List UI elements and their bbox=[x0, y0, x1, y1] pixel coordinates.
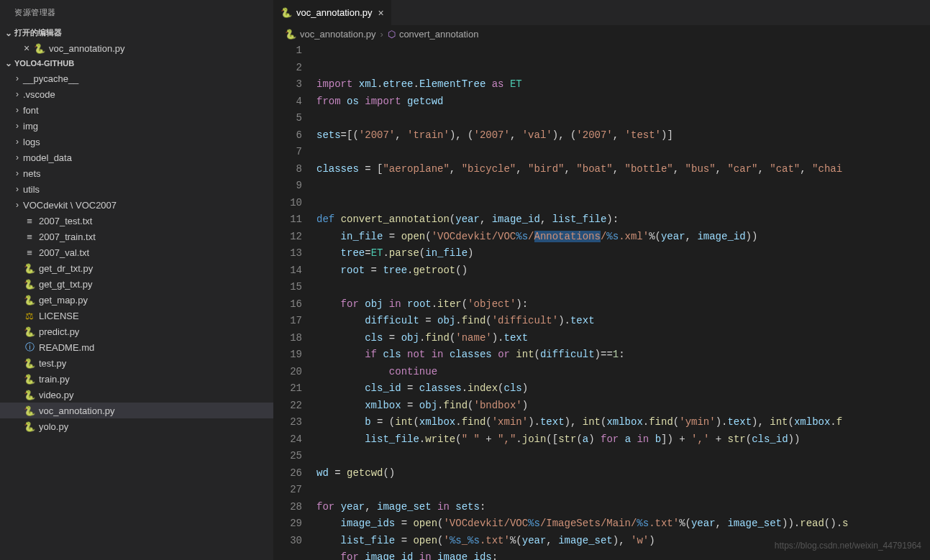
txt-icon: ≡ bbox=[23, 231, 36, 242]
code-line[interactable] bbox=[316, 279, 930, 296]
folder-item[interactable]: ›nets bbox=[0, 165, 273, 181]
file-item[interactable]: 🐍get_map.py bbox=[0, 292, 273, 308]
file-item[interactable]: 🐍get_dr_txt.py bbox=[0, 260, 273, 276]
line-number: 13 bbox=[273, 245, 302, 262]
code-line[interactable]: if cls not in classes or int(difficult)=… bbox=[316, 346, 930, 364]
breadcrumb[interactable]: 🐍 voc_annotation.py › ⬡ convert_annotati… bbox=[273, 25, 930, 42]
tab-label: voc_annotation.py bbox=[296, 7, 373, 18]
code-line[interactable]: continue bbox=[316, 364, 930, 381]
line-number: 26 bbox=[273, 465, 302, 482]
code-line[interactable]: root = tree.getroot() bbox=[316, 262, 930, 280]
code-line[interactable]: sets=[('2007', 'train'), ('2007', 'val')… bbox=[316, 127, 930, 144]
code-line[interactable] bbox=[316, 178, 930, 195]
tree-item-label: VOCdevkit \ VOC2007 bbox=[23, 200, 117, 211]
lic-icon: ⚖ bbox=[23, 311, 36, 321]
python-icon: 🐍 bbox=[281, 7, 292, 18]
code-line[interactable] bbox=[316, 144, 930, 161]
line-number: 28 bbox=[273, 499, 302, 516]
code-line[interactable]: in_file = open('VOCdevkit/VOC%s/Annotati… bbox=[316, 229, 930, 246]
code-line[interactable] bbox=[316, 195, 930, 212]
code-line[interactable]: cls = obj.find('name').text bbox=[316, 330, 930, 347]
line-number: 4 bbox=[273, 93, 302, 111]
line-number: 9 bbox=[273, 178, 302, 195]
code-content[interactable]: import xml.etree.ElementTree as ETfrom o… bbox=[316, 42, 930, 560]
open-editor-filename: voc_annotation.py bbox=[49, 43, 125, 54]
folder-item[interactable]: ›model_data bbox=[0, 150, 273, 165]
code-editor[interactable]: 1234567891011121314151617181920212223242… bbox=[273, 42, 930, 560]
explorer-sidebar: 资源管理器 ⌄ 打开的编辑器 ×🐍voc_annotation.py ⌄ YOL… bbox=[0, 0, 273, 560]
tree-item-label: voc_annotation.py bbox=[39, 405, 115, 416]
tree-item-label: img bbox=[23, 121, 38, 132]
code-line[interactable]: for obj in root.iter('object'): bbox=[316, 296, 930, 313]
py-icon: 🐍 bbox=[23, 263, 36, 274]
python-icon: 🐍 bbox=[285, 29, 296, 40]
py-icon: 🐍 bbox=[23, 421, 36, 432]
file-item[interactable]: ≡2007_val.txt bbox=[0, 244, 273, 260]
folder-item[interactable]: ›.vscode bbox=[0, 86, 273, 102]
code-line[interactable]: image_ids = open('VOCdevkit/VOC%s/ImageS… bbox=[316, 515, 930, 533]
line-number: 30 bbox=[273, 533, 302, 550]
folder-item[interactable]: ›__pycache__ bbox=[0, 70, 273, 86]
txt-icon: ≡ bbox=[23, 247, 36, 258]
tree-item-label: yolo.py bbox=[39, 421, 68, 432]
code-line[interactable]: def convert_annotation(year, image_id, l… bbox=[316, 211, 930, 229]
folder-item[interactable]: ›img bbox=[0, 118, 273, 134]
tree-item-label: font bbox=[23, 105, 39, 116]
code-line[interactable]: cls_id = classes.index(cls) bbox=[316, 380, 930, 398]
watermark: https://blog.csdn.net/weixin_44791964 bbox=[775, 538, 921, 555]
tree-item-label: get_dr_txt.py bbox=[39, 263, 93, 274]
tree-item-label: train.py bbox=[39, 374, 70, 385]
file-item[interactable]: ≡2007_test.txt bbox=[0, 213, 273, 229]
file-item[interactable]: 🐍video.py bbox=[0, 387, 273, 403]
close-icon[interactable]: × bbox=[20, 42, 33, 54]
file-item[interactable]: 🐍train.py bbox=[0, 371, 273, 387]
line-number: 8 bbox=[273, 161, 302, 178]
folder-item[interactable]: ›VOCdevkit \ VOC2007 bbox=[0, 197, 273, 213]
code-line[interactable]: xmlbox = obj.find('bndbox') bbox=[316, 398, 930, 415]
close-icon[interactable]: × bbox=[378, 7, 384, 19]
file-item[interactable]: 🐍yolo.py bbox=[0, 418, 273, 434]
code-line[interactable]: wd = getcwd() bbox=[316, 465, 930, 482]
folder-item[interactable]: ›logs bbox=[0, 134, 273, 150]
chevron-right-icon: › bbox=[12, 184, 23, 194]
python-icon: 🐍 bbox=[33, 43, 46, 54]
code-line[interactable]: b = (int(xmlbox.find('xmin').text), int(… bbox=[316, 414, 930, 431]
project-header[interactable]: ⌄ YOLO4-GITHUB bbox=[0, 56, 273, 70]
editor-area: 🐍voc_annotation.py× 🐍 voc_annotation.py … bbox=[273, 0, 930, 560]
file-item[interactable]: 🐍predict.py bbox=[0, 323, 273, 339]
code-line[interactable]: tree=ET.parse(in_file) bbox=[316, 245, 930, 262]
code-line[interactable]: from os import getcwd bbox=[316, 93, 930, 111]
chevron-right-icon: › bbox=[12, 105, 23, 115]
line-number: 12 bbox=[273, 229, 302, 246]
file-item[interactable]: ≡2007_train.txt bbox=[0, 229, 273, 244]
tree-item-label: 2007_val.txt bbox=[39, 247, 89, 258]
file-item[interactable]: 🐍voc_annotation.py bbox=[0, 403, 273, 418]
folder-item[interactable]: ›font bbox=[0, 102, 273, 118]
code-line[interactable]: list_file.write(" " + ",".join([str(a) f… bbox=[316, 431, 930, 449]
code-line[interactable]: import xml.etree.ElementTree as ET bbox=[316, 76, 930, 93]
chevron-right-icon: › bbox=[12, 152, 23, 162]
py-icon: 🐍 bbox=[23, 390, 36, 400]
file-item[interactable]: ⓘREADME.md bbox=[0, 339, 273, 355]
tree-item-label: predict.py bbox=[39, 326, 79, 337]
open-editors-label: 打开的编辑器 bbox=[14, 27, 62, 38]
line-number: 25 bbox=[273, 448, 302, 465]
code-line[interactable] bbox=[316, 110, 930, 127]
open-editors-header[interactable]: ⌄ 打开的编辑器 bbox=[0, 25, 273, 40]
file-item[interactable]: ⚖LICENSE bbox=[0, 308, 273, 323]
py-icon: 🐍 bbox=[23, 326, 36, 337]
file-item[interactable]: 🐍test.py bbox=[0, 355, 273, 371]
folder-item[interactable]: ›utils bbox=[0, 181, 273, 197]
code-line[interactable] bbox=[316, 482, 930, 499]
project-name: YOLO4-GITHUB bbox=[14, 59, 74, 68]
line-number: 16 bbox=[273, 296, 302, 313]
tree-item-label: get_gt_txt.py bbox=[39, 279, 92, 290]
editor-tab[interactable]: 🐍voc_annotation.py× bbox=[273, 0, 392, 25]
file-item[interactable]: 🐍get_gt_txt.py bbox=[0, 276, 273, 292]
open-editor-item[interactable]: ×🐍voc_annotation.py bbox=[0, 40, 273, 56]
tree-item-label: utils bbox=[23, 184, 40, 195]
code-line[interactable] bbox=[316, 448, 930, 465]
code-line[interactable]: for year, image_set in sets: bbox=[316, 499, 930, 516]
code-line[interactable]: classes = ["aeroplane", "bicycle", "bird… bbox=[316, 161, 930, 178]
code-line[interactable]: difficult = obj.find('difficult').text bbox=[316, 313, 930, 330]
